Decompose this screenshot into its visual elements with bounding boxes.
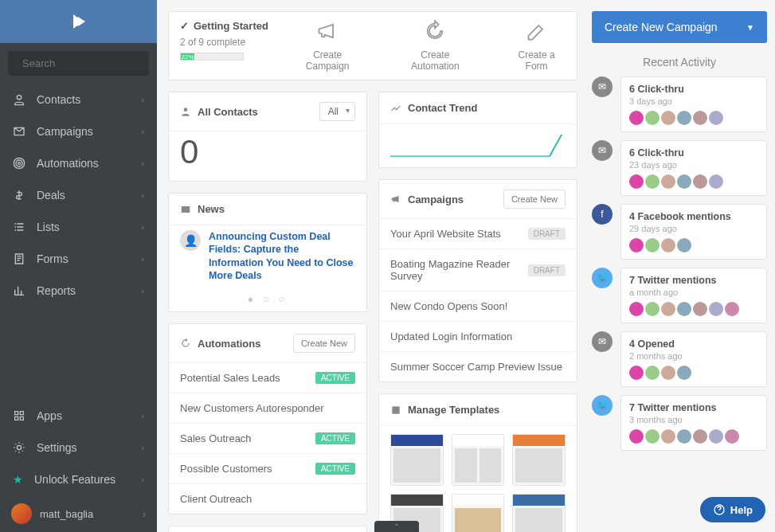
progress-fill: 22% [181,53,194,60]
logo-icon [69,12,88,31]
activity-item[interactable]: ✉6 Click-thru3 days ago [592,76,767,132]
activity-title: 4 Opened [629,338,758,350]
item-name: Potential Sales Leads [180,372,280,384]
search-input[interactable] [22,57,156,69]
nav-label: Contacts [37,93,80,106]
nav-label: Settings [37,441,77,454]
status-badge: ACTIVE [315,372,355,384]
list-item[interactable]: Potential Sales LeadsACTIVE [169,363,366,393]
user-row[interactable]: matt_baglia › [0,495,157,532]
activity-type-icon: ✉ [592,76,613,97]
nav-label: Lists [37,221,60,233]
nav-label: Reports [37,284,76,297]
avatar [629,302,644,316]
nav-item-campaigns[interactable]: Campaigns› [0,115,157,147]
avatar [11,503,32,524]
avatar [709,302,723,316]
pagination-dots[interactable]: ● ○ ○ [169,290,366,311]
news-avatar: 👤 [180,230,201,251]
nav-label: Apps [37,409,62,422]
logo[interactable] [0,0,157,43]
chevron-right-icon: › [141,475,144,484]
status-badge: ACTIVE [315,432,355,444]
recent-activity-title: Recent Activity [592,56,767,68]
activity-item[interactable]: 🐦7 Twitter mentionsa month ago [592,268,767,323]
chevron-right-icon: › [141,95,144,104]
avatar [661,111,675,125]
activity-item[interactable]: 🐦7 Twitter mentions3 months ago [592,395,767,451]
avatar [645,238,660,252]
news-headline-link[interactable]: Announcing Custom Deal Fields: Capture t… [209,230,355,282]
create-form-action[interactable]: Create a Form [507,20,566,72]
help-icon [713,503,726,516]
list-item[interactable]: New Condo Opens Soon! [379,291,577,321]
avatar [677,366,691,380]
activity-item[interactable]: f4 Facebook mentions29 days ago [592,204,767,260]
contact-count: 0 [169,131,366,181]
right-panel: Create New Campaign▼ Recent Activity ✉6 … [589,0,775,532]
help-button[interactable]: Help [700,497,765,522]
dollar-icon [13,189,25,201]
chevron-right-icon: › [141,254,144,264]
nav-label: Forms [37,252,68,265]
progress-text: 2 of 9 complete [180,37,268,48]
item-name: New Condo Opens Soon! [390,300,507,312]
getting-started-card: ✓ Getting Started 2 of 9 complete 22% Cr… [168,11,577,80]
activity-item[interactable]: ✉6 Click-thru23 days ago [592,140,767,196]
template-thumb[interactable] [452,494,505,532]
avatar [693,111,707,125]
template-thumb[interactable] [512,494,566,532]
avatar [645,429,660,444]
list-item[interactable]: Your April Website StatsDRAFT [379,219,577,248]
list-item[interactable]: Sales OutreachACTIVE [169,423,366,453]
template-thumb[interactable] [512,434,566,486]
activity-title: 6 Click-thru [629,147,758,158]
chevron-right-icon: › [141,158,144,168]
create-automation-button[interactable]: Create New [293,334,355,353]
nav-item-deals[interactable]: Deals› [0,179,157,211]
svg-rect-0 [182,205,190,212]
nav-item-lists[interactable]: Lists› [0,211,157,243]
contact-trend-card: Contact Trend [378,92,577,168]
username: matt_baglia [40,508,93,520]
status-badge: DRAFT [528,264,566,276]
avatar [725,302,739,316]
collapse-tab[interactable]: ⌃ [374,521,419,532]
nav-item-contacts[interactable]: Contacts› [0,84,157,115]
create-campaign-action[interactable]: Create Campaign [292,20,363,72]
template-thumb[interactable] [452,434,505,486]
chevron-right-icon: › [143,508,146,520]
avatar [709,111,723,125]
create-automation-action[interactable]: Create Automation [398,20,473,72]
activity-title: 4 Facebook mentions [629,211,758,222]
avatar [661,366,675,380]
refresh-icon [180,338,191,349]
list-item[interactable]: Updated Login Information [379,321,577,351]
create-campaign-button[interactable]: Create New [503,190,566,209]
avatar [725,429,739,444]
getting-started-title: ✓ Getting Started [180,20,268,32]
list-item[interactable]: Summer Soccer Camp Preview Issue [379,351,577,381]
megaphone-icon [390,194,401,205]
nav-item-settings[interactable]: Settings› [0,432,157,464]
list-item[interactable]: Client Outreach [169,483,366,514]
nav-item-reports[interactable]: Reports› [0,275,157,307]
nav-item-apps[interactable]: Apps› [0,400,157,432]
nav-label: Automations [37,157,99,170]
nav-item-unlock-features[interactable]: ★Unlock Features› [0,464,157,495]
template-thumb[interactable] [390,434,444,486]
list-item[interactable]: Boating Magazine Reader SurveyDRAFT [379,248,577,291]
contacts-filter[interactable]: All [319,102,355,121]
list-item[interactable]: New Customers Autoresponder [169,393,366,423]
nav-item-forms[interactable]: Forms› [0,243,157,275]
search-box[interactable] [8,51,149,76]
activity-item[interactable]: ✉4 Opened2 months ago [592,331,767,387]
create-new-campaign-button[interactable]: Create New Campaign▼ [592,11,767,43]
progress-bar: 22% [180,53,244,61]
item-name: Possible Customers [180,463,272,475]
nav-item-automations[interactable]: Automations› [0,147,157,179]
chevron-right-icon: › [141,127,144,136]
avatar [629,174,644,189]
trend-chart [379,124,577,167]
list-item[interactable]: Possible CustomersACTIVE [169,453,366,483]
